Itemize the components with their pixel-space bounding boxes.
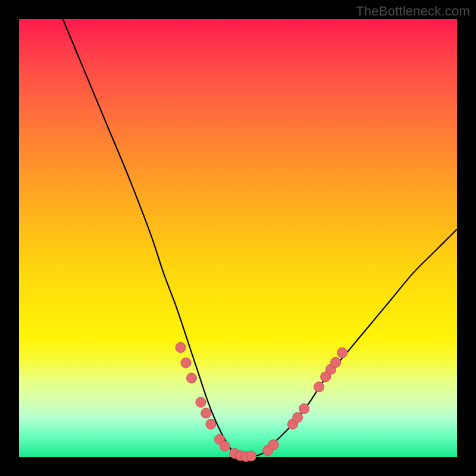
chart-markers: [176, 343, 347, 462]
chart-frame: TheBottleneck.com: [0, 0, 476, 476]
chart-marker: [246, 451, 256, 461]
chart-marker: [201, 408, 211, 418]
chart-marker: [299, 404, 309, 414]
chart-plot-area: [19, 19, 457, 457]
chart-marker: [186, 373, 196, 383]
chart-marker: [206, 419, 216, 429]
chart-marker: [220, 441, 230, 451]
chart-marker: [181, 358, 191, 368]
chart-marker: [196, 397, 206, 408]
watermark-text: TheBottleneck.com: [356, 4, 470, 19]
chart-marker: [293, 412, 303, 422]
chart-marker: [176, 343, 186, 353]
chart-marker: [314, 382, 324, 392]
chart-marker: [268, 440, 278, 450]
chart-marker: [331, 358, 341, 368]
chart-marker: [337, 347, 347, 358]
bottleneck-curve: [63, 19, 457, 458]
chart-svg: [19, 19, 457, 457]
